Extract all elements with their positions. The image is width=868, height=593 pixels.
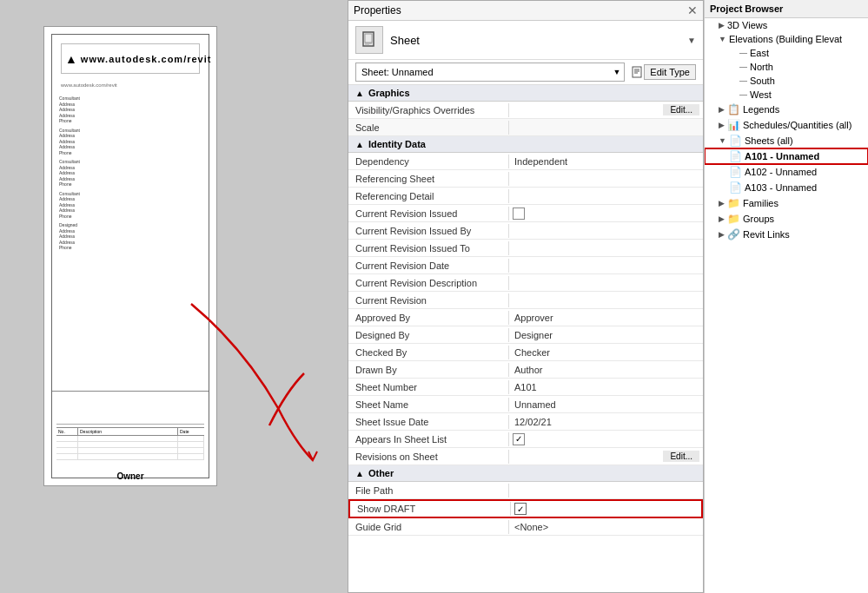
show-draft-checkbox[interactable]: ✓ <box>514 503 527 515</box>
visibility-graphics-value <box>509 109 663 112</box>
current-revision-issued-to-label: Current Revision Issued To <box>348 241 509 255</box>
elevations-label: Elevations (Building Elevat <box>729 34 842 44</box>
tree-item-elevations[interactable]: ▼ Elevations (Building Elevat <box>705 32 868 46</box>
revisions-on-sheet-label: Revisions on Sheet <box>348 450 509 464</box>
sheet-number-value: A101 <box>509 380 703 394</box>
tree-item-legends[interactable]: ▶ 📋 Legends <box>705 102 868 117</box>
other-section-label: Other <box>368 468 394 478</box>
file-path-value <box>509 489 703 492</box>
designed-by-row: Designed By Designer <box>348 326 703 344</box>
south-leaf-icon: — <box>739 76 747 85</box>
current-revision-row: Current Revision <box>348 292 703 309</box>
tree-item-a101[interactable]: 📄 A101 - Unnamed <box>705 148 868 164</box>
scale-value <box>509 126 703 129</box>
referencing-sheet-label: Referencing Sheet <box>348 172 509 186</box>
svg-rect-1 <box>365 34 372 43</box>
scale-row: Scale <box>348 119 703 136</box>
west-label: West <box>750 89 772 100</box>
drawn-by-label: Drawn By <box>348 363 509 377</box>
properties-header: Sheet ▼ <box>348 21 703 60</box>
sheet-number-label: Sheet Number <box>348 380 509 394</box>
guide-grid-value: <None> <box>509 520 703 534</box>
properties-content[interactable]: ▲ Graphics Visibility/Graphics Overrides… <box>348 85 703 592</box>
referencing-detail-row: Referencing Detail <box>348 188 703 205</box>
guide-grid-row: Guide Grid <None> <box>348 518 703 536</box>
tree-item-a102[interactable]: 📄 A102 - Unnamed <box>705 164 868 180</box>
tree-item-families[interactable]: ▶ 📁 Families <box>705 195 868 211</box>
file-path-label: File Path <box>348 484 509 497</box>
sheets-collapse-icon: ▼ <box>719 136 726 145</box>
identity-data-section-header[interactable]: ▲ Identity Data <box>348 136 703 153</box>
website-text: www.autodesk.com/revit <box>61 82 117 88</box>
legends-label: Legends <box>743 104 779 115</box>
autodesk-logo: ▲ www.autodesk.com/revit <box>61 43 200 74</box>
current-revision-issued-to-value <box>509 247 703 250</box>
sheets-icon: 📄 <box>729 135 742 147</box>
visibility-graphics-row[interactable]: Visibility/Graphics Overrides Edit... <box>348 102 703 119</box>
drawn-by-row: Drawn By Author <box>348 361 703 379</box>
file-path-row: File Path <box>348 482 703 499</box>
appears-in-sheet-list-checkbox[interactable]: ✓ <box>513 433 525 445</box>
rev-row-4 <box>56 454 204 460</box>
svg-rect-4 <box>633 67 641 77</box>
sheet-type-label: Sheet <box>390 34 680 47</box>
current-revision-date-value <box>509 264 703 267</box>
north-label: North <box>750 62 773 72</box>
tree-item-revit-links[interactable]: ▶ 🔗 Revit Links <box>705 227 868 242</box>
tree-item-sheets[interactable]: ▼ 📄 Sheets (all) <box>705 133 868 148</box>
show-draft-row: Show DRAFT ✓ <box>348 499 703 518</box>
north-leaf-icon: — <box>739 63 747 71</box>
dependency-value: Independent <box>509 155 703 168</box>
current-revision-issued-by-label: Current Revision Issued By <box>348 224 509 238</box>
a102-sheet-icon: 📄 <box>729 166 742 178</box>
logo-icon: ▲ <box>65 52 77 66</box>
show-draft-label: Show DRAFT <box>350 502 511 516</box>
current-revision-desc-value <box>509 281 703 285</box>
south-label: South <box>750 76 775 86</box>
sheet-name-value: Sheet: Unnamed <box>361 67 434 77</box>
tree-item-groups[interactable]: ▶ 📁 Groups <box>705 211 868 227</box>
3dviews-label: 3D Views <box>727 20 767 30</box>
sheet-name-selector[interactable]: Sheet: Unnamed ▼ <box>355 63 625 82</box>
current-revision-issued-by-value <box>509 229 703 233</box>
tree-item-north[interactable]: — North <box>705 60 868 74</box>
revisions-edit-button[interactable]: Edit... <box>663 451 699 462</box>
approved-by-row: Approved By Approver <box>348 309 703 326</box>
graphics-section-header[interactable]: ▲ Graphics <box>348 85 703 102</box>
revision-header: No. Description Date <box>56 427 204 436</box>
visibility-edit-button[interactable]: Edit... <box>663 104 699 115</box>
selector-arrow-icon: ▼ <box>613 68 620 76</box>
tree-item-schedules[interactable]: ▶ 📊 Schedules/Quantities (all) <box>705 117 868 133</box>
families-collapse-icon: ▶ <box>719 199 725 208</box>
edit-type-icon <box>632 66 644 78</box>
scale-label: Scale <box>348 121 509 135</box>
tree-item-south[interactable]: — South <box>705 74 868 88</box>
autodesk-text: www.autodesk.com/revit <box>81 54 212 64</box>
close-button[interactable]: ✕ <box>687 3 698 17</box>
edit-type-button[interactable]: Edit Type <box>644 64 696 80</box>
other-collapse-icon: ▲ <box>355 469 364 478</box>
consultant-4: Consultant Address Address Address Phone <box>59 191 202 220</box>
sheet-inner: ▲ www.autodesk.com/revit www.autodesk.co… <box>51 34 209 478</box>
rev-row-3 <box>56 448 204 454</box>
appears-in-sheet-list-row: Appears In Sheet List ✓ <box>348 431 703 448</box>
other-section-header[interactable]: ▲ Other <box>348 465 703 482</box>
current-revision-date-row: Current Revision Date <box>348 257 703 274</box>
revit-links-collapse-icon: ▶ <box>719 230 725 239</box>
3dviews-collapse-icon: ▶ <box>719 21 725 30</box>
designed-by-value: Designer <box>509 328 703 342</box>
current-revision-issued-checkbox[interactable] <box>513 208 525 220</box>
rev-row-2 <box>56 442 204 448</box>
current-revision-issued-row: Current Revision Issued <box>348 205 703 222</box>
current-revision-desc-row: Current Revision Description <box>348 274 703 292</box>
current-revision-label: Current Revision <box>348 293 509 307</box>
type-dropdown-arrow[interactable]: ▼ <box>687 36 696 45</box>
west-leaf-icon: — <box>739 90 747 99</box>
legends-icon: 📋 <box>727 103 740 115</box>
tree-item-3dviews[interactable]: ▶ 3D Views <box>705 18 868 32</box>
tree-item-west[interactable]: — West <box>705 88 868 102</box>
tree-item-east[interactable]: — East <box>705 46 868 60</box>
tree-item-a103[interactable]: 📄 A103 - Unnamed <box>705 180 868 195</box>
elevations-collapse-icon: ▼ <box>719 35 726 43</box>
schedules-label: Schedules/Quantities (all) <box>743 120 851 130</box>
